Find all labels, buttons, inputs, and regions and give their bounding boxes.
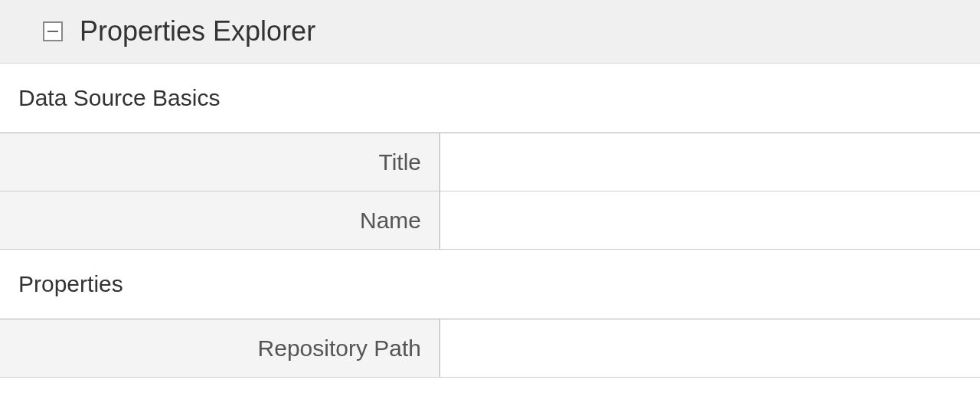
form-row-repo-path: Repository Path [0,319,980,378]
section-heading-basics: Data Source Basics [0,64,980,133]
title-input[interactable] [440,133,980,191]
form-label-repo-path: Repository Path [0,319,440,377]
form-label-title: Title [0,133,440,191]
form-label-name: Name [0,191,440,249]
section-heading-properties: Properties [0,250,980,319]
panel-header: Properties Explorer [0,0,980,64]
form-input-cell-repo-path [440,319,980,377]
form-input-cell-name [440,191,980,249]
form-row-title: Title [0,133,980,191]
collapse-toggle-icon[interactable] [43,21,63,41]
panel-title: Properties Explorer [80,15,315,47]
name-input[interactable] [440,191,980,249]
repository-path-input[interactable] [440,319,980,377]
minus-icon [47,31,58,32]
form-row-name: Name [0,191,980,250]
form-input-cell-title [440,133,980,191]
